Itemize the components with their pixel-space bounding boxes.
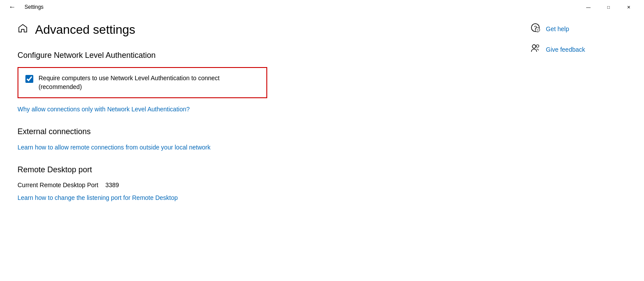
external-section-title: External connections — [18, 127, 504, 136]
close-button[interactable]: ✕ — [619, 0, 639, 14]
right-panel: ? ? Get help Give feedback — [521, 23, 644, 281]
svg-point-5 — [536, 45, 539, 47]
page-header: Advanced settings — [18, 23, 504, 37]
get-help-item[interactable]: ? ? Get help — [530, 23, 635, 35]
port-section: Remote Desktop port Current Remote Deskt… — [18, 165, 504, 202]
nla-checkbox-container[interactable]: Require computers to use Network Level A… — [18, 67, 267, 98]
nla-checkbox-label: Require computers to use Network Level A… — [39, 74, 259, 91]
external-learn-more-link[interactable]: Learn how to allow remote connections fr… — [18, 144, 210, 151]
title-bar: ← Settings — □ ✕ — [0, 0, 644, 14]
get-help-icon: ? ? — [530, 23, 541, 35]
external-section: External connections Learn how to allow … — [18, 127, 504, 151]
nla-checkbox[interactable] — [25, 75, 33, 83]
give-feedback-icon — [530, 43, 541, 55]
give-feedback-link[interactable]: Give feedback — [546, 46, 585, 53]
main-content: Advanced settings Configure Network Leve… — [0, 14, 644, 281]
back-button[interactable]: ← — [5, 1, 19, 13]
port-info: Current Remote Desktop Port 3389 — [18, 181, 504, 189]
give-feedback-item[interactable]: Give feedback — [530, 43, 635, 55]
title-bar-controls: — □ ✕ — [578, 0, 639, 14]
svg-text:?: ? — [537, 28, 539, 32]
page-title: Advanced settings — [35, 23, 135, 37]
get-help-link[interactable]: Get help — [546, 25, 569, 32]
auth-section-title: Configure Network Level Authentication — [18, 51, 504, 60]
svg-point-4 — [532, 45, 536, 48]
port-section-title: Remote Desktop port — [18, 165, 504, 174]
port-learn-more-link[interactable]: Learn how to change the listening port f… — [18, 194, 178, 201]
port-value: 3389 — [105, 181, 119, 189]
title-bar-left: ← Settings — [5, 1, 43, 13]
main-panel: Advanced settings Configure Network Leve… — [0, 23, 521, 281]
port-label: Current Remote Desktop Port — [18, 181, 98, 189]
nla-learn-more-link[interactable]: Why allow connections only with Network … — [18, 106, 190, 113]
auth-section: Configure Network Level Authentication R… — [18, 51, 504, 113]
home-icon — [18, 23, 28, 36]
maximize-button[interactable]: □ — [598, 0, 619, 14]
minimize-button[interactable]: — — [578, 0, 598, 14]
app-title: Settings — [25, 4, 43, 10]
